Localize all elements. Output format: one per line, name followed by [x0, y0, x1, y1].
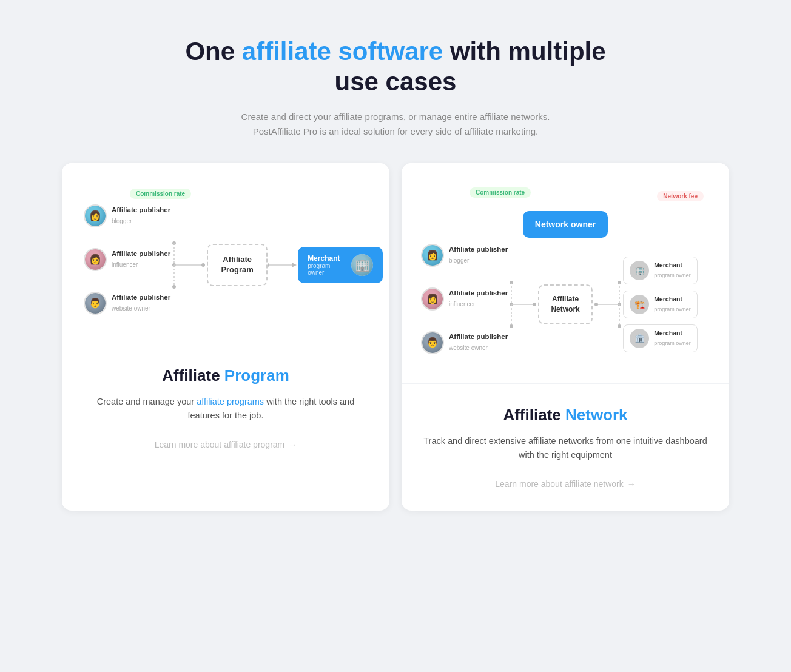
aff-type-1: influencer [112, 261, 138, 268]
svg-point-4 [172, 285, 176, 289]
net-affiliates-list: 👩 Affiliate publisher blogger 👩 Affiliat… [421, 244, 508, 365]
right-connector-svg [268, 259, 298, 271]
merchants-list: 🏢 Merchant program owner 🏗️ Merchant [623, 257, 698, 352]
network-info: Affiliate Network Track and direct exten… [402, 383, 729, 511]
svg-marker-9 [292, 263, 297, 267]
affiliate-node-website: 👨 Affiliate publisher website owner [84, 292, 170, 315]
affiliate-program-box: AffiliateProgram [207, 244, 268, 286]
merchant-program-box: Merchant program owner 🏢 [298, 247, 383, 283]
svg-point-8 [268, 263, 269, 267]
network-fee-label: Network fee [657, 191, 704, 201]
affiliate-node-influencer: 👩 Affiliate publisher influencer [84, 248, 170, 271]
title-part1: One [185, 37, 241, 66]
svg-point-6 [201, 263, 205, 267]
learn-more-network-text: Learn more about affiliate network [495, 479, 623, 489]
net-aff-type-1: influencer [449, 301, 475, 307]
program-description: Create and manage your affiliate program… [81, 395, 370, 423]
learn-more-program[interactable]: Learn more about affiliate program → [81, 440, 370, 449]
net-avatar-blogger: 👩 [421, 244, 444, 267]
merchant-sub-0: program owner [654, 272, 691, 278]
net-avatar-website: 👨 [421, 331, 444, 354]
page-title: One affiliate software with multiple use… [62, 36, 729, 98]
header-description: Create and direct your affiliate program… [226, 110, 565, 139]
net-aff-role-0: Affiliate publisher [449, 246, 508, 254]
arrow-icon-net: → [627, 479, 636, 489]
merchant-avatar-1: 🏗️ [630, 295, 649, 314]
merchant-avatar-2: 🏛️ [630, 329, 649, 348]
affiliates-list: 👩 Affiliate publisher blogger 👩 Affiliat… [84, 204, 170, 326]
program-info: Affiliate Program Create and manage your… [62, 344, 389, 471]
affiliate-program-card: Commission rate 👩 Affiliate publisher bl… [62, 163, 389, 511]
title-line2: use cases [335, 67, 457, 96]
merchant-label-0: Merchant [654, 261, 691, 269]
title-part2: with multiple [443, 37, 605, 66]
learn-more-network[interactable]: Learn more about affiliate network → [421, 479, 710, 489]
net-affiliate-node-website: 👨 Affiliate publisher website owner [421, 331, 508, 354]
net-right-connectors-svg [593, 271, 623, 338]
net-aff-role-1: Affiliate publisher [449, 289, 508, 298]
merchant-node-0: 🏢 Merchant program owner [623, 257, 698, 284]
avatar-influencer: 👩 [84, 248, 107, 271]
avatar-blogger: 👩 [84, 204, 107, 227]
net-aff-type-0: blogger [449, 257, 469, 264]
title-accent: affiliate software [242, 37, 443, 66]
prog-title-accent: Program [224, 366, 289, 385]
program-title: Affiliate Program [81, 366, 370, 385]
learn-more-program-text: Learn more about affiliate program [155, 440, 285, 449]
commission-label: Commission rate [130, 189, 191, 199]
merchant-label: Merchant [308, 254, 345, 263]
net-aff-type-2: website owner [449, 344, 488, 351]
svg-point-16 [533, 303, 536, 306]
network-title: Affiliate Network [421, 406, 710, 425]
prog-title-part1: Affiliate [162, 366, 224, 385]
aff-role-1: Affiliate publisher [112, 250, 170, 258]
arrow-icon: → [288, 440, 297, 449]
merchant-sub-1: program owner [654, 306, 691, 312]
merchant-avatar: 🏢 [351, 254, 373, 276]
merchant-label-2: Merchant [654, 329, 691, 337]
prog-desc-p1: Create and manage your [97, 397, 197, 406]
affiliate-node-blogger: 👩 Affiliate publisher blogger [84, 204, 170, 227]
net-avatar-influencer: 👩 [421, 287, 444, 311]
prog-desc-link[interactable]: affiliate programs [197, 397, 264, 406]
net-aff-role-2: Affiliate publisher [449, 333, 508, 341]
merchant-avatar-0: 🏢 [630, 261, 649, 280]
page-wrapper: One affiliate software with multiple use… [62, 36, 729, 511]
left-connectors-svg [170, 232, 207, 298]
program-diagram: Commission rate 👩 Affiliate publisher bl… [62, 163, 389, 344]
aff-type-0: blogger [112, 218, 132, 224]
net-commission-label: Commission rate [470, 187, 531, 198]
svg-point-21 [618, 324, 621, 328]
svg-point-23 [594, 303, 598, 306]
merchant-node-2: 🏛️ Merchant program owner [623, 324, 698, 352]
aff-type-2: website owner [112, 305, 150, 312]
page-header: One affiliate software with multiple use… [62, 36, 729, 139]
net-left-connectors-svg [508, 271, 538, 338]
aff-role-0: Affiliate publisher [112, 206, 170, 215]
affiliate-network-box: AffiliateNetwork [538, 284, 593, 324]
merchant-label-1: Merchant [654, 295, 691, 303]
net-title-accent: Network [565, 406, 628, 424]
network-owner-box: Network owner [523, 211, 608, 238]
net-title-part1: Affiliate [503, 406, 565, 424]
merchant-node-1: 🏗️ Merchant program owner [623, 291, 698, 318]
net-affiliate-node-influencer: 👩 Affiliate publisher influencer [421, 287, 508, 311]
affiliate-network-card: Commission rate Network fee Network owne… [402, 163, 729, 511]
aff-role-2: Affiliate publisher [112, 294, 170, 302]
merchant-sub-2: program owner [654, 340, 691, 346]
merchant-sub: program owner [308, 263, 345, 276]
network-diagram: Commission rate Network fee Network owne… [402, 163, 729, 383]
net-affiliate-node-blogger: 👩 Affiliate publisher blogger [421, 244, 508, 267]
svg-point-14 [510, 324, 513, 328]
network-description: Track and direct extensive affiliate net… [421, 434, 710, 462]
avatar-website: 👨 [84, 292, 107, 315]
cards-grid: Commission rate 👩 Affiliate publisher bl… [62, 163, 729, 511]
